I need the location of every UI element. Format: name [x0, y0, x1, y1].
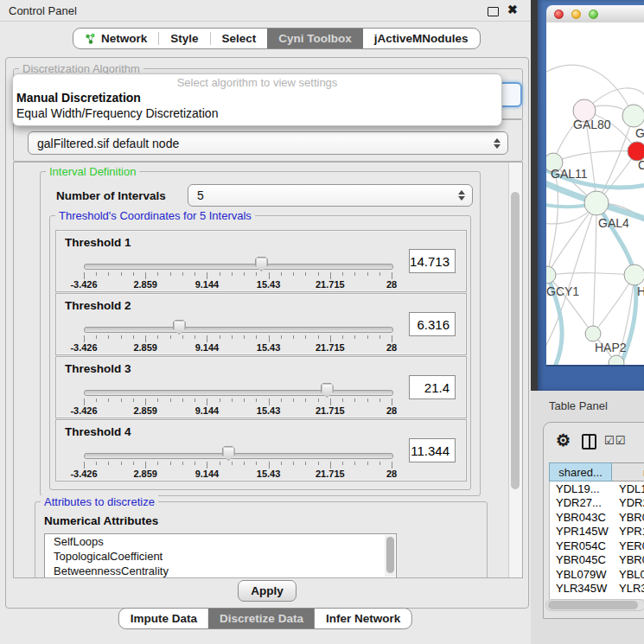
tick-label: 2.859 [122, 405, 169, 416]
tab-select[interactable]: Select [211, 29, 268, 48]
table-row[interactable]: YBL079WYBL0 [550, 567, 644, 582]
threshold-value-field[interactable]: 6.316 [409, 312, 456, 336]
attributes-scrollbar-thumb[interactable] [386, 537, 394, 573]
tab-style[interactable]: Style [159, 29, 209, 48]
threshold-value-field[interactable]: 14.713 [409, 249, 456, 273]
tick-mark [318, 462, 319, 465]
network-node-label: GAL80 [573, 118, 611, 131]
cell-shared-name: YDR27... [550, 496, 613, 509]
interval-definition-group: Interval Definition Number of Intervals … [40, 171, 481, 496]
table-row[interactable]: YLR345WYLR3 [550, 582, 644, 596]
table-row[interactable]: YDR27...YDR2 [550, 496, 644, 511]
tick-mark [157, 272, 158, 276]
float-window-icon[interactable] [488, 7, 499, 16]
apply-button[interactable]: Apply [238, 580, 296, 602]
column-header-name[interactable]: n [612, 462, 644, 481]
zoom-traffic-light[interactable] [589, 10, 598, 19]
checkboxes-icon[interactable]: ☑☑ [604, 434, 626, 447]
attribute-list-item[interactable]: SelfLoops [45, 534, 396, 549]
tick-mark [157, 335, 158, 339]
tick-mark [305, 462, 306, 465]
tick-label: 21.715 [307, 405, 354, 416]
number-of-intervals-combo[interactable]: 5 [188, 184, 473, 207]
table-row[interactable]: YBR043CYBR0 [550, 510, 644, 525]
table-horizontal-scrollbar [545, 599, 644, 611]
tick-mark [108, 462, 109, 465]
attribute-list-item[interactable]: TopologicalCoefficient [45, 549, 396, 564]
tick-mark [244, 272, 245, 276]
close-traffic-light[interactable] [554, 10, 564, 19]
algorithm-option-1[interactable]: Manual Discretization [13, 90, 501, 105]
tick-mark [269, 462, 270, 469]
tick-mark [84, 272, 85, 279]
tick-mark [342, 272, 343, 276]
table-hscrollbar-thumb[interactable] [548, 601, 638, 609]
minimize-traffic-light[interactable] [571, 10, 581, 19]
network-node-H[interactable] [624, 265, 644, 285]
threshold-slider-track[interactable] [84, 264, 393, 270]
tick-mark [269, 399, 270, 405]
tab-jactivemnodules[interactable]: jActiveMNodules [363, 29, 480, 48]
gear-icon[interactable]: ⚙ [556, 430, 571, 450]
tick-mark [342, 335, 343, 339]
tab-infer-network[interactable]: Infer Network [315, 609, 411, 628]
columns-icon[interactable] [582, 434, 596, 450]
tick-mark [182, 335, 183, 339]
slider-tick-labels: -3.4262.8599.14415.4321.71528 [84, 279, 392, 290]
tick-label: 28 [368, 342, 415, 353]
tick-mark [133, 462, 134, 465]
algorithm-placeholder-option[interactable]: Select algorithm to view settings [13, 76, 501, 90]
tick-mark [293, 399, 294, 402]
algorithm-option-2[interactable]: Equal Width/Frequency Discretization [13, 105, 501, 121]
table-header-row: shared... n [549, 462, 644, 481]
attribute-list-item[interactable]: BetweennessCentrality [45, 564, 396, 578]
network-canvas[interactable]: GAL80GACGAL11GAL4GCY1HHAP2 [546, 22, 644, 367]
bottom-tab-bar: Impute DataDiscretize DataInfer Network [118, 608, 412, 629]
threshold-label: Threshold 4 [65, 425, 131, 438]
numerical-attributes-list: SelfLoopsTopologicalCoefficientBetweenne… [44, 533, 397, 578]
close-icon[interactable]: ✖ [507, 3, 518, 16]
tab-discretize-data[interactable]: Discretize Data [208, 609, 315, 628]
table-row[interactable]: YER054CYER0 [550, 539, 644, 553]
network-node-HAP2[interactable] [585, 326, 601, 341]
network-node-GA[interactable] [622, 105, 644, 127]
tick-mark [256, 462, 257, 465]
tab-impute-data[interactable]: Impute Data [119, 609, 208, 628]
tick-mark [96, 462, 97, 465]
network-node-GCY1[interactable] [546, 266, 556, 284]
tick-mark [379, 272, 380, 276]
tick-mark [379, 335, 380, 339]
tick-mark [170, 399, 171, 402]
tab-network[interactable]: Network [73, 29, 158, 48]
cyni-toolbox-panel: Discretization Algorithm Select algorith… [5, 57, 529, 609]
tick-mark [145, 462, 146, 469]
table-row[interactable]: YBR045CYBR0 [550, 553, 644, 568]
tick-label: 15.43 [245, 342, 292, 353]
settings-scrollbar-thumb[interactable] [511, 192, 520, 489]
cell-name: YBR0 [613, 511, 644, 524]
threshold-value-field[interactable]: 11.344 [409, 438, 456, 462]
threshold-slider-track[interactable] [84, 390, 393, 396]
table-row[interactable]: YDL19...YDL1 [550, 481, 644, 496]
tick-mark [207, 399, 207, 405]
tick-mark [121, 335, 122, 339]
tick-mark [244, 399, 245, 402]
network-node-GAL4[interactable] [584, 191, 609, 215]
threshold-slider-track[interactable] [84, 453, 393, 459]
threshold-value-field[interactable]: 21.4 [409, 375, 456, 399]
tick-mark [256, 272, 257, 276]
tick-mark [330, 272, 331, 279]
tick-mark [96, 399, 97, 402]
tab-cyni-toolbox[interactable]: Cyni Toolbox [267, 29, 363, 48]
table-data-combo[interactable]: galFiltered.sif default node [28, 131, 508, 155]
network-icon [85, 33, 96, 45]
table-row[interactable]: YPR145WYPR1 [550, 525, 644, 539]
tick-mark [305, 272, 306, 276]
tick-mark [220, 272, 220, 276]
column-header-shared-name[interactable]: shared... [549, 462, 612, 481]
threshold-slider-track[interactable] [84, 327, 393, 333]
tick-mark [220, 462, 220, 465]
tick-mark [194, 462, 195, 465]
network-window: GAL80GACGAL11GAL4GCY1HHAP2 [538, 0, 644, 391]
tick-mark [157, 462, 158, 465]
